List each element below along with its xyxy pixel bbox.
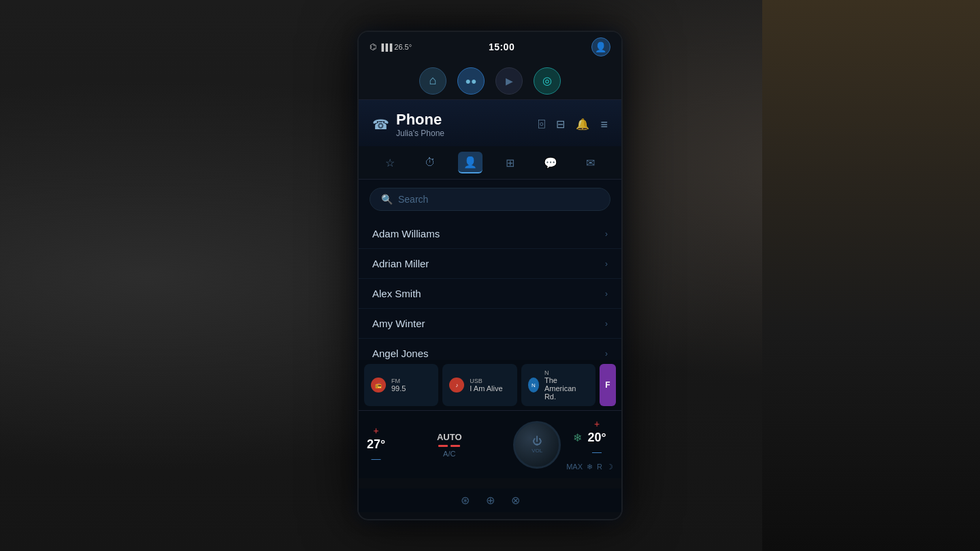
nav-contacts-button[interactable]: ●●: [457, 67, 485, 95]
contacts-list-button[interactable]: ⊟: [556, 118, 565, 132]
media-item-nav[interactable]: N N The American Rd.: [521, 364, 595, 406]
temp-right-increase-button[interactable]: +: [594, 418, 600, 429]
media-icon: ▶: [506, 76, 513, 86]
tab-recents[interactable]: ⏱: [418, 152, 442, 173]
temp-left-increase-button[interactable]: +: [374, 425, 379, 436]
tab-contacts[interactable]: 👤: [458, 152, 483, 173]
usb-icon: ♪: [449, 378, 464, 393]
climate-ac-label: A/C: [443, 450, 455, 458]
contact-item-adam-williams[interactable]: Adam Williams ›: [359, 219, 621, 249]
nav-bar: ⌂ ●● ▶ ◎: [359, 62, 621, 100]
signal-icon: ▐▐▐: [379, 44, 391, 51]
tab-bar: ☆ ⏱ 👤 ⊞ 💬 ✉: [359, 146, 621, 180]
clock-display: 15:00: [489, 41, 514, 52]
recents-icon: ⏱: [425, 156, 436, 169]
nav-value: The American Rd.: [544, 376, 589, 401]
status-bar: ⌬ ▐▐▐ 26.5° 15:00 👤: [359, 32, 621, 62]
media-bar: 📻 FM 99.5 ♪ USB I Am Alive N N The: [359, 360, 621, 410]
seat-heat-icon[interactable]: ☽: [606, 463, 613, 471]
menu-button[interactable]: ≡: [600, 118, 608, 132]
climate-mode-section: AUTO A/C: [391, 432, 508, 458]
climate-right-controls: ❄ + 20° — MAX ❄ R ☽: [566, 418, 613, 471]
bluetooth-button[interactable]: ⌻: [538, 118, 545, 132]
temp-left-value: 27°: [367, 437, 385, 452]
temperature-display: 26.5°: [394, 43, 412, 51]
vol-icon: ⏻: [532, 435, 542, 446]
nav-voice-button[interactable]: ◎: [534, 67, 561, 95]
nav-icon-media: N: [528, 378, 539, 393]
usb-value: I Am Alive: [470, 384, 502, 393]
temp-right-decrease-button[interactable]: —: [592, 446, 602, 457]
contact-name-amy-winter: Amy Winter: [372, 318, 425, 329]
nav-info: N The American Rd.: [544, 369, 589, 401]
r-label: R: [597, 463, 602, 471]
phone-title-section: ☎ Phone Julia's Phone: [372, 111, 444, 138]
tab-voicemail[interactable]: ✉: [578, 152, 603, 173]
contact-name-adam-williams: Adam Williams: [372, 228, 440, 239]
home-icon: ⌂: [429, 73, 437, 88]
search-icon: 🔍: [381, 194, 393, 205]
bottom-nav: ⊛ ⊕ ⊗: [359, 488, 621, 512]
phone-title-text: Phone Julia's Phone: [396, 111, 444, 138]
chevron-icon: ›: [605, 259, 608, 269]
climate-left-temp: + 27° —: [367, 425, 385, 464]
nav-label: N: [544, 369, 589, 376]
contacts-icon: ●●: [466, 76, 477, 86]
contact-name-alex-smith: Alex Smith: [372, 288, 421, 299]
phone-icon: ☎: [372, 116, 389, 133]
chevron-icon: ›: [605, 349, 608, 358]
chevron-icon: ›: [605, 229, 608, 239]
climate-auto-label: AUTO: [437, 432, 462, 442]
temp-right-value: 20°: [587, 431, 606, 445]
temp-left-decrease-button[interactable]: —: [372, 453, 381, 464]
nav-media-button[interactable]: ▶: [495, 67, 523, 95]
mute-button[interactable]: 🔔: [576, 118, 589, 132]
user-icon[interactable]: 👤: [591, 37, 610, 56]
climate-right-temp: + 20° —: [587, 418, 606, 457]
fm-value: 99.5: [391, 384, 406, 393]
phone-device-name: Julia's Phone: [396, 129, 444, 138]
search-bar[interactable]: 🔍 Search: [370, 188, 610, 211]
user-avatar-icon: 👤: [595, 41, 606, 52]
messages-icon: 💬: [544, 156, 557, 169]
usb-label: USB: [470, 378, 502, 384]
fan-button[interactable]: ⊛: [461, 494, 470, 507]
phone-app-title: Phone: [396, 111, 444, 129]
sync-button[interactable]: ⊗: [511, 494, 520, 507]
chevron-icon: ›: [605, 319, 608, 329]
usb-info: USB I Am Alive: [470, 378, 502, 393]
climate-bar: + 27° — AUTO A/C ⏻ VOL ❄ + 20°: [359, 410, 621, 478]
defrost-icon[interactable]: ❄: [573, 431, 582, 444]
chevron-icon: ›: [605, 289, 608, 299]
status-icons-left: ⌬ ▐▐▐ 26.5°: [370, 42, 412, 52]
contact-item-adrian-miller[interactable]: Adrian Miller ›: [359, 249, 621, 279]
phone-header: ☎ Phone Julia's Phone ⌻ ⊟ 🔔 ≡: [359, 100, 621, 146]
contacts-tab-icon: 👤: [463, 156, 477, 169]
fm-label: FM: [391, 378, 406, 384]
vol-label: VOL: [532, 448, 542, 454]
media-item-usb[interactable]: ♪ USB I Am Alive: [442, 364, 517, 406]
contact-item-amy-winter[interactable]: Amy Winter ›: [359, 309, 621, 339]
media-item-fm[interactable]: 📻 FM 99.5: [364, 364, 438, 406]
favorite-shortcut-button[interactable]: F: [600, 364, 616, 406]
heat-button[interactable]: ⊕: [486, 494, 495, 507]
phone-action-buttons: ⌻ ⊟ 🔔 ≡: [538, 118, 608, 132]
favorites-icon: ☆: [385, 156, 395, 169]
tab-favorites[interactable]: ☆: [378, 152, 402, 173]
rear-defrost-icon[interactable]: ❄: [587, 463, 593, 471]
infotainment-screen: ⌬ ▐▐▐ 26.5° 15:00 👤 ⌂ ●● ▶ ◎ ☎ Phone Jul…: [357, 31, 623, 520]
tab-messages[interactable]: 💬: [538, 152, 563, 173]
fm-info: FM 99.5: [391, 378, 406, 393]
contact-item-alex-smith[interactable]: Alex Smith ›: [359, 279, 621, 309]
contact-name-adrian-miller: Adrian Miller: [372, 258, 429, 269]
nav-home-button[interactable]: ⌂: [419, 67, 446, 95]
keypad-icon: ⊞: [506, 156, 514, 169]
volume-knob[interactable]: ⏻ VOL: [513, 421, 561, 469]
contact-name-angel-jones: Angel Jones: [372, 348, 429, 359]
right-dashboard: [762, 0, 980, 551]
search-placeholder: Search: [398, 194, 428, 205]
tab-keypad[interactable]: ⊞: [498, 152, 523, 173]
voicemail-icon: ✉: [586, 156, 595, 169]
max-label: MAX: [566, 463, 583, 471]
voice-icon: ◎: [542, 74, 552, 87]
